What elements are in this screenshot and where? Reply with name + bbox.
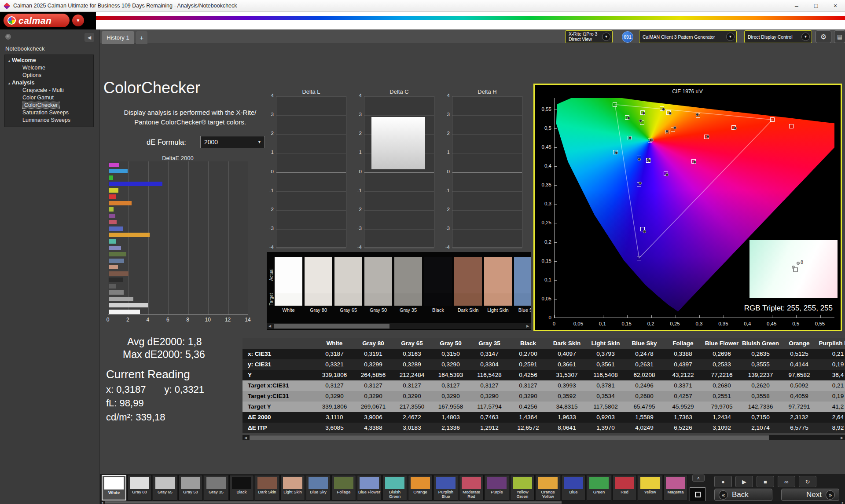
pattern-button-light-skin[interactable]: Light Skin — [280, 475, 305, 500]
scrollbar-track[interactable] — [104, 501, 841, 504]
maximize-button[interactable]: □ — [806, 2, 826, 9]
pattern-button-orange-yellow[interactable]: Orange Yellow — [536, 475, 560, 500]
table-cell: 2,4672 — [393, 412, 431, 423]
axis-tick-label: 0 — [547, 321, 562, 326]
sidebar-item-grayscale-multi[interactable]: Grayscale - Multi — [5, 87, 93, 94]
column-header: Blue Sky — [625, 338, 664, 349]
pattern-button-bluish-green[interactable]: Bluish Green — [382, 475, 407, 500]
pattern-label: Blue — [562, 490, 585, 499]
table-scrollbar[interactable]: ◀ ▶ — [242, 435, 845, 440]
pattern-button-green[interactable]: Green — [587, 475, 611, 500]
pattern-button-orange[interactable]: Orange — [408, 475, 433, 500]
pattern-button-gray-80[interactable]: Gray 80 — [127, 475, 152, 500]
actual-row-label: Actual — [269, 262, 274, 288]
scrollbar-thumb[interactable] — [105, 501, 562, 504]
scroll-left-icon[interactable]: ◀ — [267, 324, 273, 328]
refresh-button[interactable]: ↻ — [799, 476, 816, 487]
stop-icon: ■ — [764, 478, 767, 485]
pattern-label: White — [103, 490, 125, 499]
de-formula-label: dE Formula: — [147, 138, 186, 146]
pattern-button-gray-50[interactable]: Gray 50 — [178, 475, 203, 500]
pattern-swatch — [360, 477, 379, 489]
scroll-right-icon[interactable]: ▶ — [841, 501, 845, 504]
add-tab-button[interactable]: + — [136, 31, 147, 44]
row-label: ΔE ITP — [242, 423, 315, 433]
back-button[interactable]: « Back — [714, 489, 772, 501]
deltae-bar-black — [109, 278, 123, 282]
pattern-button-purple[interactable]: Purple — [485, 475, 509, 500]
continuous-button[interactable]: ∞ — [778, 476, 795, 487]
table-cell: 36,4 — [819, 370, 845, 380]
meter-dropdown[interactable]: X-Rite i1Pro 3 Direct View ▼ — [565, 30, 613, 43]
layout-button[interactable]: ▤ — [834, 30, 845, 43]
pattern-button-blue-sky[interactable]: Blue Sky — [306, 475, 331, 500]
pattern-button-yellow[interactable]: Yellow — [638, 475, 662, 500]
scrollbar-thumb[interactable] — [274, 324, 389, 329]
display-control-dropdown[interactable]: Direct Display Control ▼ — [744, 30, 812, 43]
scroll-left-icon[interactable]: ◀ — [242, 436, 249, 440]
gridline — [452, 134, 522, 135]
next-button[interactable]: Next » — [781, 489, 839, 501]
pattern-button-foliage[interactable]: Foliage — [331, 475, 356, 500]
pattern-button-magenta[interactable]: Magenta — [663, 475, 688, 500]
pattern-label: Bluish Green — [383, 490, 407, 499]
pattern-bar-scrollbar[interactable]: ◀ ▶ — [100, 501, 845, 504]
pattern-button-blue[interactable]: Blue — [561, 475, 586, 500]
close-button[interactable]: × — [826, 2, 845, 9]
xy-readout: x: 0,3187y: 0,3321 — [106, 383, 256, 396]
pattern-button-moderate-red[interactable]: Moderate Red — [459, 475, 484, 500]
target-marker — [613, 102, 617, 107]
scroll-left-icon[interactable]: ◀ — [100, 501, 104, 504]
pattern-button-white[interactable]: White — [102, 475, 126, 500]
calman-logo[interactable]: calman — [4, 14, 70, 27]
pattern-button-gray-65[interactable]: Gray 65 — [153, 475, 177, 500]
sidebar-item-welcome[interactable]: ▴Welcome — [5, 57, 93, 64]
measured-marker — [706, 135, 709, 138]
scroll-right-icon[interactable]: ▶ — [839, 436, 845, 440]
axis-tick-label: 1 — [352, 150, 362, 155]
gridline — [364, 191, 434, 192]
target-marker — [770, 117, 775, 122]
pattern-window-button[interactable] — [690, 487, 705, 501]
tab-history-1[interactable]: History 1 — [102, 31, 134, 44]
pattern-button-dark-skin[interactable]: Dark Skin — [255, 475, 279, 500]
pattern-button-yellow-green[interactable]: Yellow Green — [510, 475, 535, 500]
pattern-bar-expand-button[interactable]: ∧ — [692, 475, 705, 482]
scrollbar-track[interactable] — [249, 435, 839, 440]
sidebar-item-colorchecker[interactable]: ColorChecker — [5, 102, 93, 109]
play-button[interactable]: ▶ — [735, 476, 753, 487]
sidebar-item-luminance-sweeps[interactable]: Luminance Sweeps — [5, 117, 93, 124]
pattern-button-purplish-blue[interactable]: Purplish Blue — [434, 475, 458, 500]
settings-button[interactable]: ⚙ — [816, 30, 831, 43]
scrollbar-track[interactable] — [273, 323, 525, 329]
sidebar-item-options[interactable]: Options — [5, 72, 93, 79]
axis-tick-label: 0,05 — [571, 321, 586, 326]
scroll-right-icon[interactable]: ▶ — [525, 324, 531, 328]
chevron-down-icon: ▼ — [602, 33, 610, 41]
sidebar-item-welcome[interactable]: Welcome — [5, 64, 93, 72]
scrollbar-thumb[interactable] — [250, 435, 769, 440]
pattern-button-blue-flower[interactable]: Blue Flower — [357, 475, 382, 500]
pattern-label: Gray 50 — [179, 490, 202, 499]
sidebar-item-color-gamut[interactable]: Color Gamut — [5, 94, 93, 102]
pattern-button-red[interactable]: Red — [612, 475, 637, 500]
next-button-label: Next — [806, 490, 822, 499]
sidebar-item-analysis[interactable]: ▴Analysis — [5, 79, 93, 87]
pattern-button-black[interactable]: Black — [229, 475, 254, 500]
measured-marker — [662, 108, 665, 111]
sidebar-item-saturation-sweeps[interactable]: Saturation Sweeps — [5, 109, 93, 117]
minimize-button[interactable]: – — [787, 2, 806, 9]
gridline — [364, 210, 434, 211]
record-button[interactable]: ● — [714, 476, 732, 487]
axis-tick-label: 4 — [352, 93, 362, 98]
logo-menu-button[interactable]: ▼ — [72, 15, 84, 26]
de-formula-select[interactable]: 2000 ▼ — [200, 136, 265, 148]
table-cell: 97,6582 — [780, 370, 819, 380]
de-formula-value: 2000 — [201, 139, 257, 146]
sidebar-collapse-button[interactable]: ◀ — [84, 33, 94, 42]
swatch-strip-scrollbar[interactable]: ◀ ▶ — [267, 323, 531, 329]
source-dropdown[interactable]: CalMAN Client 3 Pattern Generator ▼ — [639, 30, 737, 43]
pattern-button-gray-35[interactable]: Gray 35 — [204, 475, 228, 500]
stop-button[interactable]: ■ — [757, 476, 774, 487]
actual-swatch — [394, 257, 422, 293]
